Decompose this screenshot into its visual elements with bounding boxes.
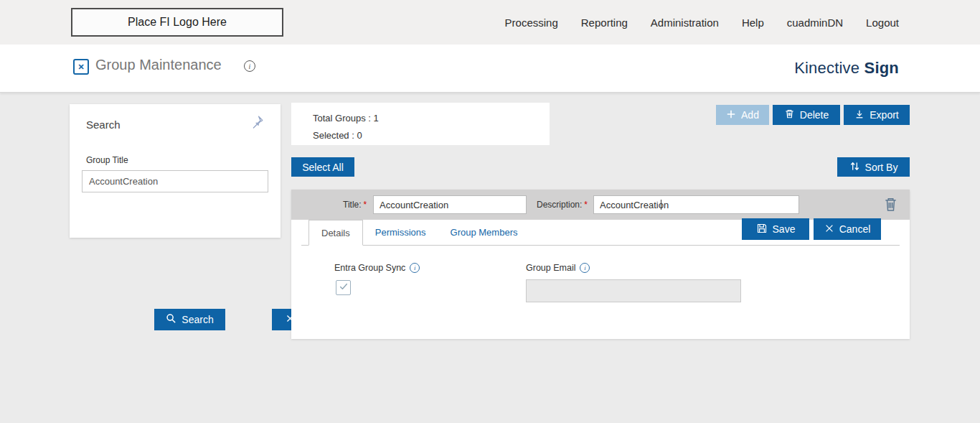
tab-details[interactable]: Details [308,220,363,246]
nav-help[interactable]: Help [742,17,764,29]
trash-icon [784,108,795,121]
title-label: Title:* [343,200,367,210]
page-title: Group Maintenance [95,57,222,73]
search-panel-title: Search [86,118,121,131]
description-required-marker: * [584,200,588,210]
search-icon [166,313,176,326]
add-button-label: Add [741,109,759,121]
group-title-label: Group Title [86,155,128,165]
tabs-bar: Details Permissions Group Members [301,220,900,246]
save-button[interactable]: Save [742,218,809,240]
select-all-button[interactable]: Select All [291,157,354,177]
group-email-label: Group Email i [526,263,590,273]
app-header: ✕ Group Maintenance i Kinective Sign [0,45,980,93]
details-tab-content: Entra Group Sync i Group Email i [291,246,910,339]
cancel-button-label: Cancel [839,223,871,235]
group-maintenance-icon: ✕ [73,59,89,75]
save-button-label: Save [773,223,796,235]
sort-icon [849,161,860,174]
top-bar: Place FI Logo Here Processing Reporting … [0,0,980,45]
search-panel: Search Group Title Search Clear [70,104,281,238]
nav-reporting[interactable]: Reporting [581,17,628,29]
delete-button-label: Delete [800,109,829,121]
cancel-x-icon [824,223,834,236]
entra-group-sync-label: Entra Group Sync i [334,263,420,273]
sort-by-label: Sort By [865,162,898,173]
row-trash-icon[interactable] [883,196,898,215]
total-groups-text: Total Groups : 1 [313,110,550,127]
text-caret [661,200,661,210]
export-button-label: Export [870,109,898,121]
nav-logout[interactable]: Logout [866,17,899,29]
search-button[interactable]: Search [154,309,225,330]
top-navigation: Processing Reporting Administration Help… [505,0,899,45]
group-title-input[interactable] [82,170,268,192]
brand-regular: Kinective [794,59,859,77]
nav-username[interactable]: cuadminDN [787,17,843,29]
pin-icon[interactable] [250,114,265,131]
page-info-icon[interactable]: i [244,60,255,72]
group-edit-panel: Title:* Description:* Details Permission… [291,190,910,339]
cancel-button[interactable]: Cancel [814,218,881,240]
tab-permissions[interactable]: Permissions [363,220,438,245]
entra-info-icon[interactable]: i [410,263,420,273]
plus-icon [726,109,736,121]
tab-group-members[interactable]: Group Members [438,220,530,245]
fi-logo-placeholder: Place FI Logo Here [71,8,283,37]
summary-box: Total Groups : 1 Selected : 0 [291,103,550,145]
brand-logo: Kinective Sign [794,59,899,78]
group-row-header: Title:* Description:* [291,190,910,220]
title-required-marker: * [364,200,367,210]
group-email-info-icon[interactable]: i [580,263,590,273]
sort-by-button[interactable]: Sort By [837,157,910,177]
check-icon [339,282,349,294]
description-label: Description:* [537,200,588,210]
nav-processing[interactable]: Processing [505,17,558,29]
export-button[interactable]: Export [844,105,910,125]
title-input[interactable] [373,195,527,214]
description-input[interactable] [593,195,799,214]
search-button-label: Search [182,314,213,325]
fi-logo-text: Place FI Logo Here [128,16,227,29]
group-email-input [526,279,741,302]
brand-bold: Sign [864,59,899,77]
add-button[interactable]: Add [716,105,769,125]
entra-group-sync-checkbox[interactable] [336,280,351,295]
delete-button[interactable]: Delete [773,105,840,125]
save-floppy-icon [756,223,768,236]
selected-count-text: Selected : 0 [313,127,550,144]
select-all-label: Select All [302,162,344,173]
nav-administration[interactable]: Administration [651,17,719,29]
download-icon [854,109,864,121]
